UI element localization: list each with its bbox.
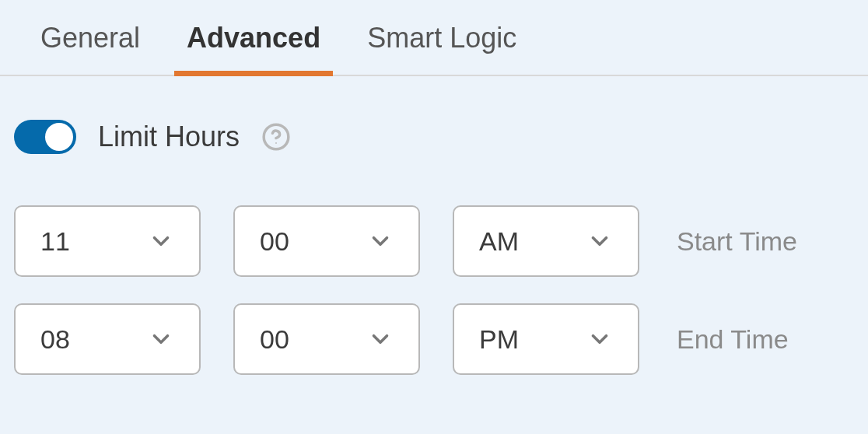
- chevron-down-icon: [586, 228, 613, 254]
- limit-hours-toggle[interactable]: [14, 120, 76, 154]
- end-minute-select[interactable]: 00: [233, 303, 420, 375]
- start-minute-value: 00: [260, 226, 289, 257]
- chevron-down-icon: [586, 326, 613, 352]
- tab-advanced[interactable]: Advanced: [187, 22, 320, 75]
- start-period-value: AM: [479, 226, 519, 257]
- end-time-row: 08 00 PM End Time: [14, 303, 854, 375]
- tab-general[interactable]: General: [40, 22, 140, 75]
- start-time-row: 11 00 AM Start Time: [14, 205, 854, 277]
- toggle-knob: [45, 123, 73, 151]
- content: Limit Hours 11 00 AM: [0, 76, 868, 375]
- tabs: General Advanced Smart Logic: [0, 0, 868, 76]
- limit-hours-row: Limit Hours: [14, 120, 854, 154]
- tab-smart-logic[interactable]: Smart Logic: [367, 22, 516, 75]
- start-hour-select[interactable]: 11: [14, 205, 201, 277]
- end-minute-value: 00: [260, 324, 289, 355]
- end-period-value: PM: [479, 324, 519, 355]
- start-hour-value: 11: [40, 226, 70, 257]
- end-hour-value: 08: [40, 324, 70, 355]
- end-time-label: End Time: [677, 324, 789, 355]
- chevron-down-icon: [367, 326, 394, 352]
- chevron-down-icon: [148, 228, 174, 254]
- end-hour-select[interactable]: 08: [14, 303, 201, 375]
- start-minute-select[interactable]: 00: [233, 205, 420, 277]
- start-time-label: Start Time: [677, 226, 797, 257]
- limit-hours-label: Limit Hours: [98, 121, 240, 153]
- chevron-down-icon: [148, 326, 174, 352]
- chevron-down-icon: [367, 228, 394, 254]
- svg-point-1: [275, 142, 277, 144]
- end-period-select[interactable]: PM: [453, 303, 639, 375]
- help-icon[interactable]: [261, 122, 291, 152]
- start-period-select[interactable]: AM: [453, 205, 639, 277]
